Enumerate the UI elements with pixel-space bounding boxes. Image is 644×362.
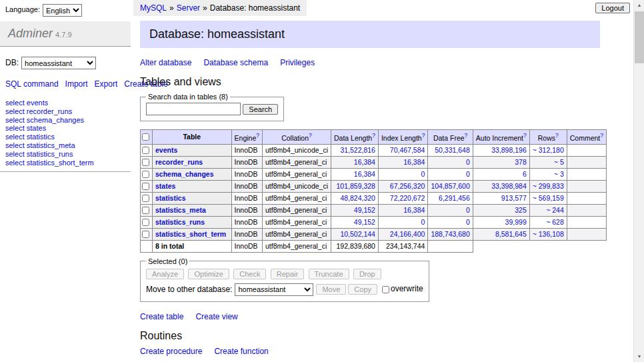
import-link[interactable]: Import [65, 79, 88, 89]
sidebar-item-select-statistics-meta[interactable]: select statistics_meta [5, 141, 131, 150]
privileges-link[interactable]: Privileges [280, 58, 315, 67]
data-free-link[interactable]: 188,743,680 [431, 230, 469, 238]
data-length-link[interactable]: 16,384 [354, 158, 375, 166]
data-free-link[interactable]: 0 [466, 170, 470, 178]
row-checkbox[interactable] [142, 183, 149, 190]
table-name-link[interactable]: statistics_runs [155, 218, 205, 226]
drop-button[interactable]: Drop [353, 269, 381, 279]
create-table-link[interactable]: Create table [140, 312, 183, 321]
rows-count-link[interactable]: ~ 136,108 [533, 230, 564, 238]
check-button[interactable]: Check [233, 269, 266, 279]
copy-button[interactable]: Copy [348, 284, 377, 295]
search-input[interactable] [146, 103, 241, 115]
table-name-link[interactable]: statistics_meta [155, 206, 206, 214]
create-procedure-link[interactable]: Create procedure [140, 347, 202, 356]
data-length-link[interactable]: 101,859,328 [337, 182, 375, 190]
row-checkbox[interactable] [142, 171, 149, 178]
alter-database-link[interactable]: Alter database [140, 58, 191, 67]
auto-increment-link[interactable]: 33,898,196 [491, 146, 527, 154]
export-link[interactable]: Export [95, 79, 118, 89]
rows-count-link[interactable]: ~ 628 [546, 218, 564, 226]
repair-button[interactable]: Repair [271, 269, 304, 279]
auto-increment-link[interactable]: 325 [515, 206, 527, 214]
auto-increment-link[interactable]: 39,999 [505, 218, 527, 226]
language-select[interactable]: English [43, 4, 82, 17]
data-free-link[interactable]: 0 [466, 158, 470, 166]
help-icon[interactable]: ? [523, 132, 527, 139]
row-checkbox[interactable] [142, 219, 149, 226]
index-length-link[interactable]: 16,384 [403, 206, 425, 214]
search-button[interactable]: Search [243, 104, 278, 115]
analyze-button[interactable]: Analyze [146, 269, 184, 279]
table-name-link[interactable]: statistics [155, 194, 186, 202]
scroll-down-icon[interactable]: ▼ [634, 351, 644, 362]
help-icon[interactable]: ? [256, 132, 259, 139]
index-length-link[interactable]: 16,384 [403, 158, 425, 166]
truncate-button[interactable]: Truncate [309, 269, 349, 279]
scroll-up-icon[interactable]: ▲ [634, 0, 644, 11]
help-icon[interactable]: ? [555, 132, 559, 139]
sidebar-item-select-schema-changes[interactable]: select schema_changes [5, 116, 131, 125]
data-length-link[interactable]: 49,152 [354, 218, 375, 226]
auto-increment-link[interactable]: 378 [515, 158, 527, 166]
optimize-button[interactable]: Optimize [188, 269, 229, 279]
table-name-link[interactable]: states [155, 182, 175, 190]
adminer-logo-link[interactable]: Adminer [8, 27, 53, 40]
move-button[interactable]: Move [316, 284, 346, 295]
sidebar-item-select-statistics[interactable]: select statistics [5, 133, 131, 141]
sidebar-item-select-events[interactable]: select events [5, 99, 131, 107]
data-free-link[interactable]: 6,291,456 [439, 194, 470, 202]
data-free-link[interactable]: 104,857,600 [431, 182, 469, 190]
data-length-link[interactable]: 31,522,816 [340, 146, 375, 154]
sidebar-item-select-statistics-runs[interactable]: select statistics_runs [5, 150, 131, 159]
overwrite-checkbox[interactable] [382, 286, 389, 293]
scrollbar-thumb[interactable] [635, 11, 644, 63]
sidebar-item-select-states[interactable]: select states [5, 124, 131, 133]
help-icon[interactable]: ? [422, 132, 425, 139]
data-free-link[interactable]: 50,331,648 [435, 146, 470, 154]
rows-count-link[interactable]: ~ 3 [554, 170, 564, 178]
auto-increment-link[interactable]: 913,577 [501, 194, 527, 202]
row-checkbox[interactable] [142, 207, 149, 214]
data-length-link[interactable]: 16,384 [354, 170, 375, 178]
rows-count-link[interactable]: ~ 312,180 [533, 146, 564, 154]
logout-button[interactable]: Logout [595, 3, 630, 13]
rows-count-link[interactable]: ~ 5 [554, 158, 564, 166]
row-checkbox[interactable] [142, 147, 149, 154]
table-name-link[interactable]: recorder_runs [155, 158, 203, 166]
index-length-link[interactable]: 0 [421, 170, 425, 178]
breadcrumb-link-server[interactable]: Server [177, 3, 200, 13]
index-length-link[interactable]: 72,220,672 [390, 194, 425, 202]
select-all-checkbox[interactable] [142, 133, 149, 141]
row-checkbox[interactable] [142, 159, 149, 166]
data-length-link[interactable]: 49,152 [354, 206, 375, 214]
data-length-link[interactable]: 10,502,144 [340, 230, 375, 238]
rows-count-link[interactable]: ~ 244 [546, 206, 564, 214]
help-icon[interactable]: ? [309, 132, 312, 139]
rows-count-link[interactable]: ~ 569,159 [533, 194, 564, 202]
rows-count-link[interactable]: ~ 299,833 [533, 182, 564, 190]
auto-increment-link[interactable]: 8,581,645 [495, 230, 527, 238]
help-icon[interactable]: ? [372, 132, 375, 139]
data-free-link[interactable]: 0 [466, 206, 470, 214]
database-schema-link[interactable]: Database schema [203, 58, 268, 67]
create-function-link[interactable]: Create function [214, 347, 268, 356]
index-length-link[interactable]: 0 [421, 218, 425, 226]
index-length-link[interactable]: 70,467,584 [390, 146, 425, 154]
index-length-link[interactable]: 67,256,320 [390, 182, 425, 190]
table-name-link[interactable]: statistics_short_term [155, 230, 226, 238]
help-icon[interactable]: ? [600, 132, 603, 139]
auto-increment-link[interactable]: 6 [523, 170, 527, 178]
row-checkbox[interactable] [142, 231, 149, 238]
data-free-link[interactable]: 0 [466, 218, 470, 226]
sidebar-item-select-recorder-runs[interactable]: select recorder_runs [5, 107, 131, 116]
help-icon[interactable]: ? [465, 132, 468, 139]
move-database-select[interactable]: homeassistant [235, 283, 313, 296]
sql-command-link[interactable]: SQL command [5, 79, 59, 89]
auto-increment-link[interactable]: 33,398,984 [491, 182, 527, 190]
data-length-link[interactable]: 48,824,320 [340, 194, 375, 202]
vertical-scrollbar[interactable]: ▲ ▼ [633, 0, 644, 362]
index-length-link[interactable]: 24,166,400 [390, 230, 425, 238]
row-checkbox[interactable] [142, 195, 149, 202]
sidebar-item-select-statistics-short-term[interactable]: select statistics_short_term [5, 159, 131, 167]
